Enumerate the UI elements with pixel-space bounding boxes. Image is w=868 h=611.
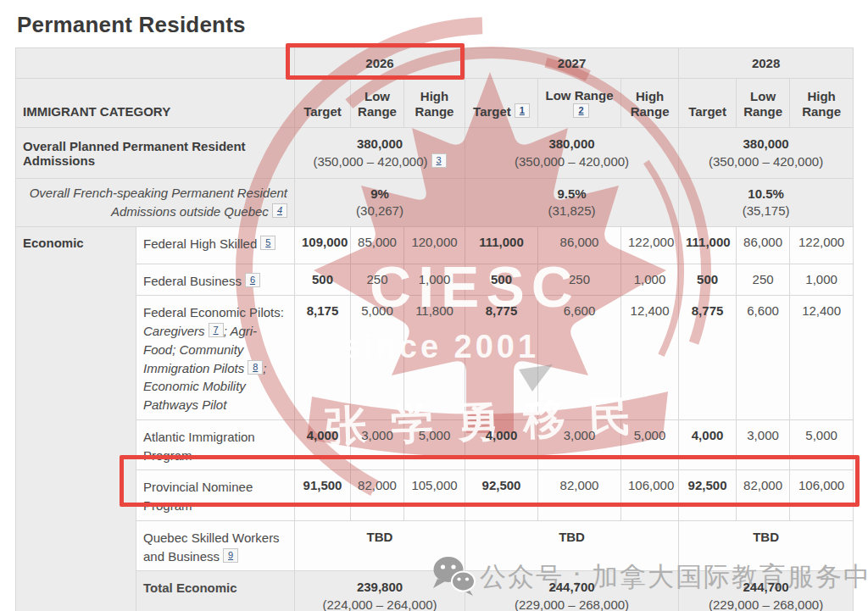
col-header-high-range-2027: High Range [621, 79, 679, 128]
cell-value: 82,000 [538, 470, 621, 521]
cell-value: 86,000 [737, 226, 790, 264]
cell-value: 8,175 [295, 296, 351, 420]
cell-value: 105,000 [404, 470, 465, 521]
cell-value: 11,800 [404, 296, 465, 420]
overall-admissions-label: Overall Planned Permanent Resident Admis… [16, 128, 295, 179]
cell-value: 5,000 [790, 419, 854, 470]
quebec-2028-value: TBD [679, 520, 854, 571]
cell-value: 12,400 [621, 296, 679, 420]
cell-value: 106,000 [790, 470, 854, 521]
page: Permanent Residents 2026 2027 2028 IMMIG… [0, 0, 868, 611]
overall-admissions-row: Overall Planned Permanent Resident Admis… [16, 128, 854, 179]
footnote-link-2[interactable]: 2 [573, 103, 588, 118]
cell-value: 3,000 [737, 419, 790, 470]
cell-value: 122,000 [790, 226, 854, 264]
overall-2026-value: 380,000 (350,000 – 420,000)3 [295, 128, 465, 179]
quebec-2027-value: TBD [465, 520, 679, 571]
french-2028-value: 10.5% (35,175) [679, 179, 854, 227]
col-header-high-range-2026: High Range [404, 79, 465, 128]
cell-value: 106,000 [621, 470, 679, 521]
cell-value: 85,000 [351, 226, 404, 264]
immigration-levels-table: 2026 2027 2028 IMMIGRANT CATEGORY Target… [15, 47, 854, 611]
year-label: 2027 [558, 56, 586, 70]
french-2027-value: 9.5% (31,825) [465, 179, 679, 227]
federal-high-skilled-row: Economic Federal High Skilled5 109,000 8… [16, 226, 854, 264]
cell-value: 5,000 [351, 296, 404, 420]
economic-group-label: Economic [16, 226, 136, 611]
cell-value: 6,600 [737, 296, 790, 420]
cell-value: 500 [679, 264, 737, 296]
cell-value: 3,000 [351, 419, 404, 470]
cell-value: 1,000 [790, 264, 854, 296]
col-header-target-2026: Target [295, 79, 351, 128]
quebec-skilled-workers-row: Quebec Skilled Workers and Business9 TBD… [16, 520, 854, 571]
overall-2028-value: 380,000 (350,000 – 420,000) [679, 128, 854, 179]
cell-value: 5,000 [621, 419, 679, 470]
col-header-low-range-2028: Low Range [737, 79, 790, 128]
total-2027-value: 244,700 (229,000 – 268,000) [465, 571, 679, 611]
cell-value: 12,400 [790, 296, 854, 420]
cell-value: 82,000 [737, 470, 790, 521]
federal-business-label: Federal Business6 [136, 264, 295, 296]
footnote-link-1[interactable]: 1 [515, 103, 530, 118]
overall-2027-value: 380,000 (350,000 – 420,000) [465, 128, 679, 179]
footnote-link-7[interactable]: 7 [209, 323, 224, 337]
federal-economic-pilots-row: Federal Economic Pilots: Caregivers7; Ag… [16, 296, 854, 420]
provincial-nominee-label: Provincial Nominee Program [136, 470, 295, 521]
cell-value: 250 [538, 264, 621, 296]
cell-value: 111,000 [465, 226, 538, 264]
footnote-link-5[interactable]: 5 [260, 236, 275, 250]
cell-value: 250 [351, 264, 404, 296]
cell-value: 92,500 [465, 470, 538, 521]
cell-value: 6,600 [538, 296, 621, 420]
cell-value: 8,775 [465, 296, 538, 420]
cell-value: 4,000 [679, 419, 737, 470]
corner-blank-cell [16, 48, 295, 79]
cell-value: 4,000 [465, 419, 538, 470]
cell-value: 250 [737, 264, 790, 296]
cell-value: 1,000 [404, 264, 465, 296]
total-2026-value: 239,800 (224,000 – 264,000) [295, 571, 465, 611]
year-label: 2026 [365, 56, 393, 70]
federal-business-row: Federal Business6 500 250 1,000 500 250 … [16, 264, 854, 296]
cell-value: 111,000 [679, 226, 737, 264]
footnote-link-3[interactable]: 3 [431, 153, 447, 168]
footnote-link-8[interactable]: 8 [248, 360, 263, 375]
cell-value: 8,775 [679, 296, 737, 420]
col-header-target-2027: Target1 [465, 79, 538, 128]
year-header-2028: 2028 [679, 48, 854, 79]
cell-value: 91,500 [295, 470, 351, 521]
federal-economic-pilots-label: Federal Economic Pilots: Caregivers7; Ag… [136, 296, 295, 420]
cell-value: 4,000 [295, 419, 351, 470]
total-economic-label: Total Economic [136, 571, 295, 611]
total-2028-value: 244,700 (229,000 – 268,000) [679, 571, 854, 611]
cell-value: 5,000 [404, 419, 465, 470]
cell-value: 3,000 [538, 419, 621, 470]
col-header-low-range-2026: Low Range [351, 79, 404, 128]
cell-value: 109,000 [295, 226, 351, 264]
quebec-2026-value: TBD [295, 520, 465, 571]
footnote-link-9[interactable]: 9 [223, 548, 238, 563]
immigrant-category-header: IMMIGRANT CATEGORY [16, 79, 295, 128]
year-label: 2028 [752, 56, 780, 70]
year-header-2027: 2027 [465, 48, 679, 79]
cell-value: 82,000 [351, 470, 404, 521]
cell-value: 120,000 [404, 226, 465, 264]
col-header-target-2028: Target [679, 79, 737, 128]
cell-value: 92,500 [679, 470, 737, 521]
footnote-link-6[interactable]: 6 [245, 273, 260, 287]
federal-high-skilled-label: Federal High Skilled5 [136, 226, 295, 264]
footnote-link-4[interactable]: 4 [272, 203, 287, 218]
french-speaking-row: Overall French-speaking Permanent Reside… [16, 179, 854, 227]
column-header-row: IMMIGRANT CATEGORY Target Low Range High… [16, 79, 854, 128]
col-header-low-range-2027: Low Range2 [538, 79, 621, 128]
quebec-skilled-workers-label: Quebec Skilled Workers and Business9 [136, 520, 295, 571]
atlantic-immigration-label: Atlantic Immigration Program [136, 419, 295, 470]
provincial-nominee-row: Provincial Nominee Program 91,500 82,000… [16, 470, 854, 521]
cell-value: 1,000 [621, 264, 679, 296]
cell-value: 86,000 [538, 226, 621, 264]
year-header-row: 2026 2027 2028 [16, 48, 854, 79]
french-2026-value: 9% (30,267) [295, 179, 465, 227]
page-title: Permanent Residents [17, 12, 246, 38]
atlantic-immigration-row: Atlantic Immigration Program 4,000 3,000… [16, 419, 854, 470]
